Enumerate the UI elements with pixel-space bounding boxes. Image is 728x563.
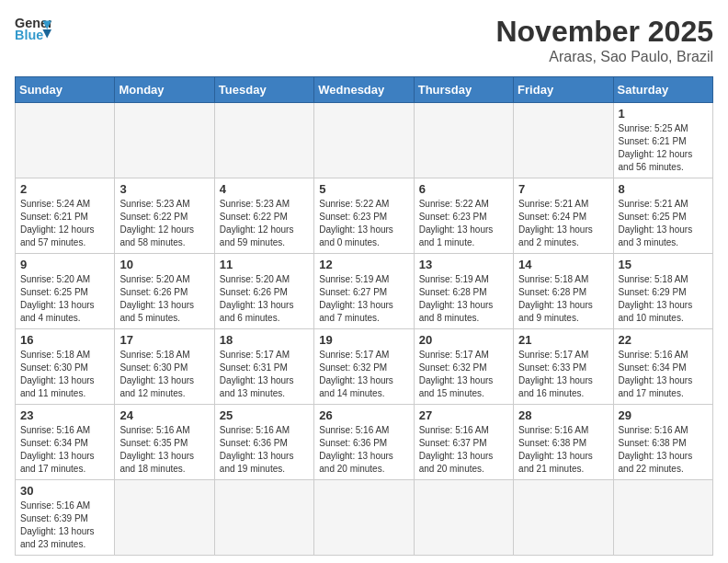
calendar-cell: 22Sunrise: 5:16 AMSunset: 6:34 PMDayligh… xyxy=(613,329,712,405)
calendar-cell: 25Sunrise: 5:16 AMSunset: 6:36 PMDayligh… xyxy=(214,405,313,480)
day-info: Sunrise: 5:24 AMSunset: 6:21 PMDaylight:… xyxy=(20,198,109,249)
day-info: Sunrise: 5:16 AMSunset: 6:37 PMDaylight:… xyxy=(419,424,508,476)
calendar-cell: 21Sunrise: 5:17 AMSunset: 6:33 PMDayligh… xyxy=(514,329,613,405)
day-info: Sunrise: 5:16 AMSunset: 6:35 PMDaylight:… xyxy=(119,424,209,476)
calendar-cell xyxy=(214,103,313,178)
day-number: 10 xyxy=(119,258,209,271)
weekday-header-row: SundayMondayTuesdayWednesdayThursdayFrid… xyxy=(16,77,713,103)
day-info: Sunrise: 5:16 AMSunset: 6:39 PMDaylight:… xyxy=(20,500,109,551)
calendar-cell: 6Sunrise: 5:22 AMSunset: 6:23 PMDaylight… xyxy=(414,178,513,254)
calendar-cell xyxy=(613,480,712,556)
title-block: November 2025 Araras, Sao Paulo, Brazil xyxy=(495,15,713,65)
weekday-header-tuesday: Tuesday xyxy=(214,77,313,103)
calendar-week-row: 1Sunrise: 5:25 AMSunset: 6:21 PMDaylight… xyxy=(16,103,713,178)
weekday-header-monday: Monday xyxy=(115,77,214,103)
day-info: Sunrise: 5:22 AMSunset: 6:23 PMDaylight:… xyxy=(319,198,408,249)
day-number: 8 xyxy=(619,182,708,196)
location: Araras, Sao Paulo, Brazil xyxy=(495,49,713,65)
day-number: 16 xyxy=(20,333,109,347)
calendar-cell xyxy=(414,103,513,178)
day-number: 20 xyxy=(419,333,508,347)
calendar-cell: 23Sunrise: 5:16 AMSunset: 6:34 PMDayligh… xyxy=(16,405,115,480)
calendar-cell xyxy=(314,103,414,178)
calendar-cell: 5Sunrise: 5:22 AMSunset: 6:23 PMDaylight… xyxy=(314,178,414,254)
calendar-cell: 28Sunrise: 5:16 AMSunset: 6:38 PMDayligh… xyxy=(514,405,613,480)
day-number: 28 xyxy=(518,408,608,422)
day-number: 12 xyxy=(319,258,408,271)
calendar-cell xyxy=(514,480,613,556)
calendar-cell: 14Sunrise: 5:18 AMSunset: 6:28 PMDayligh… xyxy=(514,254,613,329)
calendar-cell xyxy=(414,480,513,556)
calendar-cell: 18Sunrise: 5:17 AMSunset: 6:31 PMDayligh… xyxy=(214,329,313,405)
day-info: Sunrise: 5:17 AMSunset: 6:32 PMDaylight:… xyxy=(419,349,508,400)
svg-text:Blue: Blue xyxy=(15,28,43,42)
calendar-cell xyxy=(314,480,414,556)
day-number: 11 xyxy=(220,258,309,271)
calendar-cell: 12Sunrise: 5:19 AMSunset: 6:27 PMDayligh… xyxy=(314,254,414,329)
weekday-header-friday: Friday xyxy=(514,77,613,103)
day-info: Sunrise: 5:19 AMSunset: 6:27 PMDaylight:… xyxy=(319,273,408,325)
day-info: Sunrise: 5:19 AMSunset: 6:28 PMDaylight:… xyxy=(419,273,508,325)
calendar-cell: 8Sunrise: 5:21 AMSunset: 6:25 PMDaylight… xyxy=(613,178,712,254)
calendar-cell xyxy=(115,480,214,556)
day-info: Sunrise: 5:21 AMSunset: 6:25 PMDaylight:… xyxy=(619,198,708,249)
calendar-cell: 1Sunrise: 5:25 AMSunset: 6:21 PMDaylight… xyxy=(613,103,712,178)
day-info: Sunrise: 5:16 AMSunset: 6:38 PMDaylight:… xyxy=(619,424,708,476)
day-number: 17 xyxy=(119,333,209,347)
day-number: 5 xyxy=(319,182,408,196)
day-number: 15 xyxy=(619,258,708,271)
day-info: Sunrise: 5:18 AMSunset: 6:30 PMDaylight:… xyxy=(119,349,209,400)
day-number: 2 xyxy=(20,182,109,196)
svg-marker-3 xyxy=(42,29,51,39)
day-info: Sunrise: 5:16 AMSunset: 6:36 PMDaylight:… xyxy=(220,424,309,476)
day-number: 9 xyxy=(20,258,109,271)
calendar-cell: 29Sunrise: 5:16 AMSunset: 6:38 PMDayligh… xyxy=(613,405,712,480)
day-number: 22 xyxy=(619,333,708,347)
calendar-cell: 13Sunrise: 5:19 AMSunset: 6:28 PMDayligh… xyxy=(414,254,513,329)
calendar-cell xyxy=(115,103,214,178)
calendar-cell: 11Sunrise: 5:20 AMSunset: 6:26 PMDayligh… xyxy=(214,254,313,329)
weekday-header-saturday: Saturday xyxy=(613,77,712,103)
calendar-week-row: 16Sunrise: 5:18 AMSunset: 6:30 PMDayligh… xyxy=(16,329,713,405)
calendar-cell: 4Sunrise: 5:23 AMSunset: 6:22 PMDaylight… xyxy=(214,178,313,254)
day-info: Sunrise: 5:17 AMSunset: 6:33 PMDaylight:… xyxy=(518,349,608,400)
day-number: 21 xyxy=(518,333,608,347)
day-info: Sunrise: 5:18 AMSunset: 6:29 PMDaylight:… xyxy=(619,273,708,325)
day-info: Sunrise: 5:18 AMSunset: 6:28 PMDaylight:… xyxy=(518,273,608,325)
day-number: 6 xyxy=(419,182,508,196)
day-number: 30 xyxy=(20,484,109,498)
calendar-cell: 2Sunrise: 5:24 AMSunset: 6:21 PMDaylight… xyxy=(16,178,115,254)
calendar-cell xyxy=(214,480,313,556)
calendar-week-row: 9Sunrise: 5:20 AMSunset: 6:25 PMDaylight… xyxy=(16,254,713,329)
weekday-header-sunday: Sunday xyxy=(16,77,115,103)
calendar-week-row: 2Sunrise: 5:24 AMSunset: 6:21 PMDaylight… xyxy=(16,178,713,254)
day-info: Sunrise: 5:16 AMSunset: 6:34 PMDaylight:… xyxy=(619,349,708,400)
day-number: 29 xyxy=(619,408,708,422)
calendar-cell: 3Sunrise: 5:23 AMSunset: 6:22 PMDaylight… xyxy=(115,178,214,254)
day-number: 19 xyxy=(319,333,408,347)
day-number: 13 xyxy=(419,258,508,271)
day-info: Sunrise: 5:23 AMSunset: 6:22 PMDaylight:… xyxy=(220,198,309,249)
day-info: Sunrise: 5:16 AMSunset: 6:34 PMDaylight:… xyxy=(20,424,109,476)
day-number: 27 xyxy=(419,408,508,422)
day-number: 25 xyxy=(220,408,309,422)
page-header: General Blue November 2025 Araras, Sao P… xyxy=(15,15,713,65)
day-info: Sunrise: 5:23 AMSunset: 6:22 PMDaylight:… xyxy=(119,198,209,249)
day-info: Sunrise: 5:17 AMSunset: 6:31 PMDaylight:… xyxy=(220,349,309,400)
calendar-cell: 26Sunrise: 5:16 AMSunset: 6:36 PMDayligh… xyxy=(314,405,414,480)
day-info: Sunrise: 5:20 AMSunset: 6:26 PMDaylight:… xyxy=(119,273,209,325)
day-info: Sunrise: 5:20 AMSunset: 6:25 PMDaylight:… xyxy=(20,273,109,325)
day-number: 14 xyxy=(518,258,608,271)
calendar-cell: 17Sunrise: 5:18 AMSunset: 6:30 PMDayligh… xyxy=(115,329,214,405)
calendar-cell: 7Sunrise: 5:21 AMSunset: 6:24 PMDaylight… xyxy=(514,178,613,254)
calendar-cell: 30Sunrise: 5:16 AMSunset: 6:39 PMDayligh… xyxy=(16,480,115,556)
day-info: Sunrise: 5:21 AMSunset: 6:24 PMDaylight:… xyxy=(518,198,608,249)
calendar-cell: 24Sunrise: 5:16 AMSunset: 6:35 PMDayligh… xyxy=(115,405,214,480)
calendar-week-row: 30Sunrise: 5:16 AMSunset: 6:39 PMDayligh… xyxy=(16,480,713,556)
day-number: 26 xyxy=(319,408,408,422)
calendar-table: SundayMondayTuesdayWednesdayThursdayFrid… xyxy=(15,76,713,556)
weekday-header-wednesday: Wednesday xyxy=(314,77,414,103)
calendar-cell: 20Sunrise: 5:17 AMSunset: 6:32 PMDayligh… xyxy=(414,329,513,405)
day-info: Sunrise: 5:25 AMSunset: 6:21 PMDaylight:… xyxy=(619,122,708,174)
logo-icon: General Blue xyxy=(15,15,51,44)
